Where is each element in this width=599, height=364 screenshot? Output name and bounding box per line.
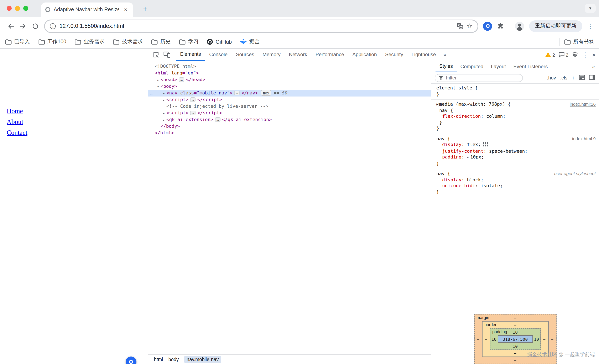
border-right-value[interactable]: −: [543, 337, 546, 341]
tab-memory[interactable]: Memory: [258, 48, 285, 61]
dom-node[interactable]: …▸<nav class="mobile-nav">…</nav>flex== …: [148, 90, 431, 97]
tab-security[interactable]: Security: [381, 48, 407, 61]
tab-close-icon[interactable]: ×: [122, 6, 129, 13]
nav-link-about[interactable]: About: [7, 118, 23, 126]
margin-bottom-value[interactable]: −: [514, 358, 516, 363]
border-left-value[interactable]: −: [485, 337, 487, 341]
nav-link-contact[interactable]: Contact: [7, 129, 27, 136]
margin-top-value[interactable]: −: [514, 316, 516, 320]
bookmark-item[interactable]: 已导入: [5, 38, 30, 45]
dom-node[interactable]: ▸<qk-ai-extension>…</qk-ai-extension>: [148, 116, 431, 123]
reload-button[interactable]: [29, 20, 42, 32]
inline-expand-button[interactable]: …: [190, 111, 196, 115]
dock-sidebar-icon[interactable]: [589, 75, 595, 81]
css-declaration[interactable]: flex-direction: column;: [436, 114, 596, 120]
maximize-window-button[interactable]: [23, 6, 28, 11]
tab-console[interactable]: Console: [205, 48, 232, 61]
expand-arrow-icon[interactable]: ▸: [161, 117, 166, 124]
border-bottom-value[interactable]: −: [514, 351, 516, 355]
relaunch-to-update-button[interactable]: 重新启动即可更新: [529, 20, 582, 32]
tab-performance[interactable]: Performance: [311, 48, 348, 61]
border-top-value[interactable]: −: [514, 323, 516, 327]
url-text[interactable]: 127.0.0.1:5500/index.html: [60, 23, 453, 29]
translate-icon[interactable]: [457, 23, 463, 29]
expand-shorthand-icon[interactable]: ▸: [467, 156, 469, 159]
inline-expand-button[interactable]: …: [234, 91, 240, 95]
extensions-button[interactable]: [494, 20, 507, 32]
class-toggle[interactable]: .cls: [560, 75, 567, 80]
inspect-element-button[interactable]: [150, 49, 161, 60]
close-window-button[interactable]: [7, 6, 12, 11]
profile-button[interactable]: [513, 20, 526, 32]
css-declaration[interactable]: justify-content: space-between;: [436, 148, 596, 154]
toggle-device-toolbar-button[interactable]: [161, 49, 172, 60]
bookmark-item[interactable]: GitHub: [207, 39, 232, 45]
devtools-menu-button[interactable]: ⋮: [582, 51, 588, 58]
more-sidebar-tabs-button[interactable]: »: [588, 64, 599, 70]
bookmark-item[interactable]: 业务需求: [75, 38, 105, 45]
margin-right-value[interactable]: −: [551, 337, 554, 341]
tab-network[interactable]: Network: [285, 48, 311, 61]
crumb-nav-mobile-nav[interactable]: nav.mobile-nav: [184, 356, 221, 363]
crumb-html[interactable]: html: [154, 357, 163, 362]
forward-button[interactable]: [17, 20, 29, 32]
nav-link-home[interactable]: Home: [7, 107, 23, 115]
pseudo-state-toggle[interactable]: :hov: [547, 75, 556, 80]
css-declaration[interactable]: padding: ▸10px;: [436, 154, 596, 161]
juejin-extension-icon[interactable]: [483, 21, 492, 31]
dom-node[interactable]: ▸<head>…</head>: [148, 77, 431, 83]
sidebar-tab-styles[interactable]: Styles: [436, 61, 457, 72]
all-bookmarks-button[interactable]: 所有书签: [564, 38, 594, 45]
css-declaration[interactable]: unicode-bidi: isolate;: [436, 183, 596, 189]
back-button[interactable]: [4, 20, 17, 32]
node-menu-icon[interactable]: …: [150, 90, 152, 97]
css-declaration[interactable]: display: block;: [436, 177, 596, 183]
expand-arrow-icon[interactable]: ▸: [161, 97, 166, 104]
tab-search-button[interactable]: ▼: [585, 4, 596, 13]
new-tab-button[interactable]: +: [140, 4, 150, 15]
browser-menu-button[interactable]: ⋮: [586, 22, 595, 30]
messages-indicator[interactable]: 2: [559, 52, 568, 57]
rule-source-link[interactable]: index.html:16: [570, 101, 596, 107]
dom-node[interactable]: </body>: [148, 123, 431, 130]
dom-node[interactable]: ▸<script>…</script>: [148, 97, 431, 103]
collapse-arrow-icon[interactable]: ▾: [156, 84, 160, 90]
padding-right-value[interactable]: 10: [534, 337, 539, 341]
expand-arrow-icon[interactable]: ▸: [161, 110, 166, 117]
dom-node[interactable]: </html>: [148, 130, 431, 136]
styles-filter-input[interactable]: Filter: [435, 74, 523, 82]
tab-lighthouse[interactable]: Lighthouse: [407, 48, 440, 61]
sidebar-tab-event-listeners[interactable]: Event Listeners: [510, 61, 551, 72]
dom-node[interactable]: ▾<body>: [148, 83, 431, 90]
bookmark-item[interactable]: 工作100: [38, 38, 66, 45]
padding-top-value[interactable]: 10: [513, 330, 518, 334]
settings-button[interactable]: [572, 52, 578, 58]
expand-arrow-icon[interactable]: ▸: [161, 90, 166, 97]
flex-badge[interactable]: flex: [261, 90, 271, 96]
browser-tab[interactable]: Adaptive Navbar with ResizeO ×: [41, 2, 133, 17]
rule-source-link[interactable]: index.html:9: [572, 136, 596, 141]
inline-expand-button[interactable]: …: [179, 77, 185, 82]
tab-elements[interactable]: Elements: [176, 48, 205, 61]
bookmark-star-icon[interactable]: ☆: [467, 22, 473, 30]
inline-expand-button[interactable]: …: [215, 117, 220, 122]
address-bar[interactable]: i 127.0.0.1:5500/index.html ☆: [44, 19, 478, 33]
bookmark-item[interactable]: 技术需求: [113, 38, 143, 45]
rendering-emulation-icon[interactable]: [579, 75, 585, 81]
sidebar-tab-layout[interactable]: Layout: [487, 61, 510, 72]
ai-assistant-floating-button[interactable]: [126, 356, 136, 364]
minimize-window-button[interactable]: [15, 6, 20, 11]
tab-sources[interactable]: Sources: [232, 48, 258, 61]
box-model-padding[interactable]: padding 10 10 318×67.500 10 10: [490, 328, 541, 350]
crumb-body[interactable]: body: [168, 357, 179, 362]
close-devtools-button[interactable]: ×: [592, 51, 596, 58]
margin-left-value[interactable]: −: [477, 337, 479, 341]
tab-application[interactable]: Application: [348, 48, 381, 61]
dom-node[interactable]: <!-- Code injected by live-server -->: [148, 103, 431, 110]
site-info-icon[interactable]: i: [50, 23, 56, 29]
inline-expand-button[interactable]: …: [190, 97, 196, 102]
css-declaration[interactable]: display: flex;: [436, 142, 596, 148]
new-style-rule-button[interactable]: +: [572, 74, 575, 81]
more-panels-button[interactable]: »: [440, 52, 449, 58]
padding-bottom-value[interactable]: 10: [513, 344, 518, 348]
